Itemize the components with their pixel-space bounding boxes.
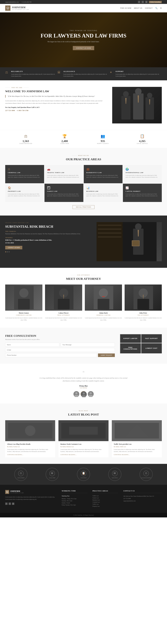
svg-point-46 — [25, 426, 35, 436]
svg-rect-49 — [69, 427, 98, 434]
practice-property-law: 🏠 PROPERTY LAW Lorem ipsum dolor sit adi… — [5, 184, 44, 202]
blog-post-3: Traffic Torts provides Law By Admin, Tra… — [112, 420, 162, 457]
top-bar-phone: +1 (123) 456-789 — [21, 1, 31, 3]
blog-image-2 — [58, 420, 108, 441]
criminal-law-title: CRIMINAL LAW — [8, 172, 41, 173]
lukas-photo — [45, 284, 82, 311]
badge-bar-office: 🏛 BAR OFFICE — [108, 468, 121, 481]
see-all-button[interactable]: SEE ALL PRACTICES — [73, 205, 95, 209]
testimonial-text: It is long established that a body will … — [38, 377, 129, 382]
blog-link-1[interactable]: Continue Reading... — [7, 454, 53, 455]
hours-3: Sunday: Closed — [62, 502, 87, 504]
support-title: SUPPORT — [116, 70, 162, 72]
blog-label: BLOG POST — [5, 410, 162, 412]
practice-family-law: 👨‍👩‍👧 FAMILY LAW Lorem ipsum dolor sit a… — [44, 184, 83, 202]
blog-text-1: Lorem ipsum dolor sit adipiscing consect… — [7, 448, 53, 453]
blog-link-3[interactable]: Continue Reading... — [114, 454, 160, 455]
testimonial-photo-1[interactable] — [73, 391, 79, 397]
testimonial-photo-2[interactable] — [81, 391, 87, 397]
hero-content: THE POWER OF TEXTING FOR LAWYERS AND LAW… — [41, 30, 126, 50]
case-image-photo — [97, 222, 162, 261]
hero-cta-button[interactable]: CONTACT US NOW — [73, 46, 94, 50]
attorney-john: John Peter Tax Attorney Lorem Ipsum has … — [125, 284, 162, 321]
reliability-text: Lorem ipsum dolor sit adipiscing consect… — [11, 73, 57, 77]
case-dot-1[interactable] — [5, 251, 6, 252]
menu-icon[interactable]: ☰ — [160, 7, 162, 9]
footer-linkedin-icon[interactable]: in — [12, 502, 14, 505]
footer-practice-4[interactable]: Criminal Law — [93, 501, 118, 503]
hero-title: FOR LAWYERS AND LAW FIRMS — [41, 33, 126, 39]
top-bar-right: f t in Online Consulting — [138, 1, 162, 3]
linkedin-icon[interactable]: in — [145, 1, 148, 3]
logo-tagline: AN ATTORNEY AT LAW — [12, 9, 29, 10]
submit-button[interactable]: SUBMIT REQUEST — [98, 354, 115, 357]
criminal-law-icon: ⚖ — [8, 168, 41, 171]
email-input[interactable] — [5, 348, 115, 352]
who-quote: "If We Were Respect For The Law, As Abel… — [5, 95, 107, 98]
message-input[interactable] — [61, 343, 115, 347]
expert-lawyer-button[interactable]: EXPERT LAWYER — [120, 334, 141, 343]
blog-grid: Library Law Blog Provides Details By Adm… — [5, 420, 162, 457]
login-button[interactable]: Online Consulting — [149, 1, 162, 3]
footer-practice-5[interactable]: Traffic Law — [93, 504, 118, 505]
fast-support-button[interactable]: FAST SUPPORT — [141, 334, 162, 343]
who-body-text: Lorem ipsum dolor sit adipiscing consect… — [5, 100, 107, 104]
phone-input[interactable] — [5, 353, 97, 357]
legal-advice-icon: 📋 — [137, 134, 148, 138]
john-text: Lorem Ipsum has been the lawyer industry… — [125, 317, 162, 321]
footer: JOHNFIRM AN ATTORNEY AT LAW Lorem ipsum … — [0, 485, 167, 513]
case-cta-button[interactable]: CONTACT US NOW — [5, 246, 22, 249]
footer-twitter-icon[interactable]: t — [8, 502, 11, 505]
family-law-icon: 👨‍👩‍👧 — [47, 186, 81, 190]
footer-practice-6[interactable]: Property Law — [93, 506, 118, 507]
stat-cases-won: 🏆 2,480 CASES WON — [60, 134, 69, 144]
case-awarded: Awarded $500 Fee + 5 Months probation if… — [5, 237, 91, 244]
lowest-cost-button[interactable]: LOWEST COST — [141, 343, 162, 353]
form-submit-row: SUBMIT REQUEST — [5, 353, 115, 357]
footer-phone: 227-723-3090 — [123, 498, 162, 500]
svg-text:⚖: ⚖ — [20, 472, 22, 474]
free-consultations-button[interactable]: FREE CONSULTATIONS — [120, 343, 141, 353]
footer-logo-tagline: AN ATTORNEY AT LAW — [10, 492, 24, 494]
lukas-text: Lorem Ipsum has been the lawyer industry… — [45, 317, 82, 321]
badge-label-4: BAR OFFICE — [112, 477, 118, 478]
svg-rect-11 — [98, 225, 121, 226]
testimonial-role: Law Attorney — [5, 387, 162, 388]
nav-find-us[interactable]: FIND US NOW — [120, 7, 131, 9]
case-section: TRAFFIC TORTS PROVIDE LAW SUBSTANTIAL RI… — [0, 216, 167, 268]
practice-criminal-law: ⚖ CRIMINAL LAW Lorem ipsum dolor sit adi… — [5, 165, 44, 183]
case-dot-3[interactable] — [8, 251, 10, 252]
name-input[interactable] — [5, 343, 59, 347]
footer-bottom: © 2016 JohnFirm. All Rights Reserved. — [0, 513, 167, 518]
lukas-name: Lukas Flower — [45, 312, 82, 314]
attorney-lukas: Lukas Flower Trial Attorney Lorem Ipsum … — [45, 284, 82, 321]
adam-text: Lorem Ipsum has been the lawyer industry… — [85, 317, 122, 321]
support-text: Lorem ipsum dolor sit adipiscing consect… — [116, 73, 162, 77]
blog-body-1: Library Law Blog Provides Details By Adm… — [5, 441, 55, 457]
blog-link-2[interactable]: Continue Reading... — [60, 454, 106, 455]
top-bar-email: support@johnfirm.com — [5, 1, 19, 3]
testimonial-photo-3[interactable] — [88, 391, 94, 397]
feature-support: ✦ SUPPORT Lorem ipsum dolor sit adipisci… — [110, 70, 162, 77]
footer-practice-2[interactable]: Family Law — [93, 497, 118, 498]
blog-post-1: Library Law Blog Provides Details By Adm… — [5, 420, 55, 457]
legal-advice-label: LEGAL ADVICE — [137, 143, 148, 144]
case-dot-2[interactable] — [7, 251, 8, 252]
svg-rect-22 — [18, 299, 30, 309]
nav-about[interactable]: ABOUT US — [134, 7, 142, 9]
badges-section: ⚖ LAW & ORDER 🏛 LEGAL FIRM 📋 LAW OFFICE … — [0, 464, 167, 485]
footer-practice-1[interactable]: Traffic Law — [93, 495, 118, 496]
footer-practice-3[interactable]: Business Law — [93, 499, 118, 501]
search-icon[interactable]: 🔍 — [155, 7, 158, 9]
consultation-options: EXPERT LAWYER FAST SUPPORT FREE CONSULTA… — [120, 334, 162, 357]
working-hours-title: WORKING TIME — [62, 490, 87, 493]
nav-contact[interactable]: CONTACT — [145, 7, 153, 9]
attorney-grid: Maria Gomez Corporate Lawyer Lorem Ipsum… — [5, 284, 162, 321]
twitter-icon[interactable]: t — [142, 1, 144, 3]
facebook-icon[interactable]: f — [138, 1, 140, 3]
hero-subtitle: THE POWER OF TEXTING — [41, 30, 126, 32]
footer-facebook-icon[interactable]: f — [5, 502, 7, 505]
practice-label: WHAT WE DO — [5, 155, 162, 156]
hero-description: The largest law firms in the world are h… — [41, 41, 106, 43]
svg-rect-10 — [97, 222, 123, 261]
